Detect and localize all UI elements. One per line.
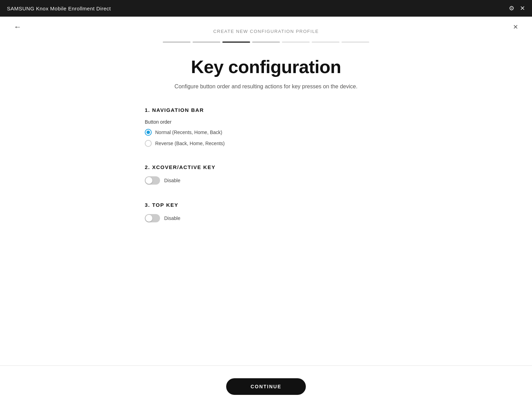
titlebar-close-icon[interactable]: ✕ — [520, 5, 525, 12]
radio-reverse-outer[interactable] — [145, 140, 152, 147]
titlebar: SAMSUNG Knox Mobile Enrollment Direct ⚙ … — [0, 0, 532, 17]
top-key-toggle[interactable] — [145, 214, 160, 222]
section-navigation-bar: 1. NAVIGATION BAR Button order Normal (R… — [145, 107, 387, 147]
progress-steps — [0, 37, 532, 43]
topnav: ← CREATE NEW CONFIGURATION PROFILE ✕ — [0, 17, 532, 37]
xcover-toggle-label: Disable — [164, 178, 180, 183]
app-brand: SAMSUNG Knox Mobile Enrollment Direct — [7, 6, 111, 11]
radio-normal-inner — [147, 131, 150, 134]
footer: CONTINUE — [0, 365, 532, 407]
section-top-key: 3. TOP KEY Disable — [145, 202, 387, 222]
close-button[interactable]: ✕ — [513, 23, 518, 31]
settings-icon[interactable]: ⚙ — [509, 5, 514, 12]
dialog-title: CREATE NEW CONFIGURATION PROFILE — [213, 29, 319, 34]
form-sections: 1. NAVIGATION BAR Button order Normal (R… — [145, 107, 387, 222]
radio-reverse[interactable]: Reverse (Back, Home, Recents) — [145, 140, 387, 147]
section-nav-title: 1. NAVIGATION BAR — [145, 107, 387, 113]
page-subtitle: Configure button order and resulting act… — [175, 83, 357, 90]
continue-button[interactable]: CONTINUE — [226, 378, 305, 395]
titlebar-right: ⚙ ✕ — [509, 5, 525, 12]
button-order-label: Button order — [145, 119, 387, 125]
xcover-toggle[interactable] — [145, 176, 160, 185]
radio-normal-label: Normal (Recents, Home, Back) — [155, 130, 222, 135]
xcover-toggle-thumb — [145, 177, 152, 184]
button-order-radio-group: Normal (Recents, Home, Back) Reverse (Ba… — [145, 129, 387, 147]
radio-normal[interactable]: Normal (Recents, Home, Back) — [145, 129, 387, 136]
back-button[interactable]: ← — [14, 23, 21, 32]
page-content: Key configuration Configure button order… — [0, 43, 532, 365]
titlebar-left: SAMSUNG Knox Mobile Enrollment Direct — [7, 6, 111, 11]
main-window: ← CREATE NEW CONFIGURATION PROFILE ✕ Key… — [0, 17, 532, 407]
radio-reverse-label: Reverse (Back, Home, Recents) — [155, 141, 225, 146]
section-top-key-title: 3. TOP KEY — [145, 202, 387, 208]
xcover-toggle-row: Disable — [145, 176, 387, 185]
page-title: Key configuration — [191, 56, 341, 77]
section-xcover-title: 2. XCOVER/ACTIVE KEY — [145, 164, 387, 170]
section-xcover: 2. XCOVER/ACTIVE KEY Disable — [145, 164, 387, 185]
top-key-toggle-thumb — [145, 215, 152, 222]
top-key-toggle-label: Disable — [164, 215, 180, 221]
top-key-toggle-row: Disable — [145, 214, 387, 222]
radio-normal-outer[interactable] — [145, 129, 152, 136]
